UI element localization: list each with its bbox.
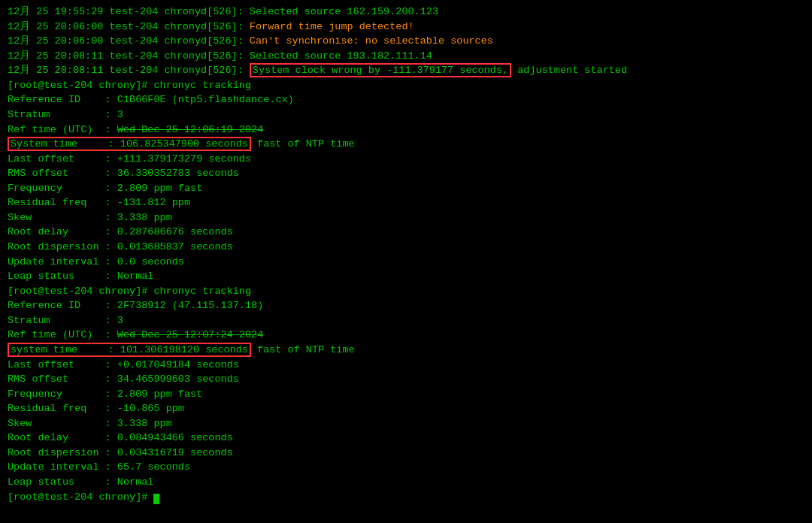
log-line-4: 12月 25 20:08:11 test-204 chronyd[526]: S… [8,49,804,64]
log-line-15: Skew : 3.338 ppm [8,210,804,225]
log-line-8: Stratum : 3 [8,107,804,122]
log-line-20: [root@test-204 chrony]# chronyc tracking [8,284,804,299]
log-line-18: Update interval : 0.0 seconds [8,255,804,270]
log-line-32: Update interval : 65.7 seconds [8,460,804,475]
log-line-31: Root dispersion : 0.034316719 seconds [8,446,804,461]
log-line-14: Residual freq : -131.812 ppm [8,195,804,210]
terminal-window: 12月 25 19:55:29 test-204 chronyd[526]: S… [0,0,812,523]
log-line-28: Residual freq : -10.865 ppm [8,401,804,416]
log-line-27: Frequency : 2.809 ppm fast [8,387,804,402]
log-line-2: 12月 25 20:06:00 test-204 chronyd[526]: F… [8,20,804,35]
log-line-6: [root@test-204 chrony]# chronyc tracking [8,78,804,93]
log-line-26: RMS offset : 34.465999603 seconds [8,372,804,387]
terminal-cursor [153,494,159,504]
prompt-line[interactable]: [root@test-204 chrony]# [8,490,804,505]
log-line-13: Frequency : 2.809 ppm fast [8,181,804,196]
log-line-17: Root dispersion : 0.013685837 seconds [8,240,804,255]
log-line-3: 12月 25 20:06:00 test-204 chronyd[526]: C… [8,34,804,49]
log-line-10: System time : 106.825347900 seconds fast… [8,137,804,152]
log-line-23: Ref time (UTC) : Wed Dec 25 12:07:24 202… [8,328,804,343]
log-line-9: Ref time (UTC) : Wed Dec 25 12:06:19 202… [8,122,804,138]
log-line-19: Leap status : Normal [8,269,804,284]
log-line-5: 12月 25 20:08:11 test-204 chronyd[526]: S… [8,63,804,78]
log-line-12: RMS offset : 36.330352783 seconds [8,166,804,181]
log-line-7: Reference ID : C1B66F0E (ntp5.flashdance… [8,92,804,107]
log-line-30: Root delay : 0.084943466 seconds [8,431,804,446]
log-line-16: Root delay : 0.287686676 seconds [8,225,804,240]
log-line-1: 12月 25 19:55:29 test-204 chronyd[526]: S… [8,5,804,20]
log-line-24: system time : 101.306198120 seconds fast… [8,343,804,358]
log-line-21: Reference ID : 2F738912 (47.115.137.18) [8,298,804,313]
log-line-33: Leap status : Normal [8,475,804,490]
log-line-11: Last offset : +111.379173279 seconds [8,152,804,167]
log-line-25: Last offset : +0.017049184 seconds [8,358,804,373]
log-line-29: Skew : 3.338 ppm [8,416,804,431]
log-line-22: Stratum : 3 [8,313,804,328]
